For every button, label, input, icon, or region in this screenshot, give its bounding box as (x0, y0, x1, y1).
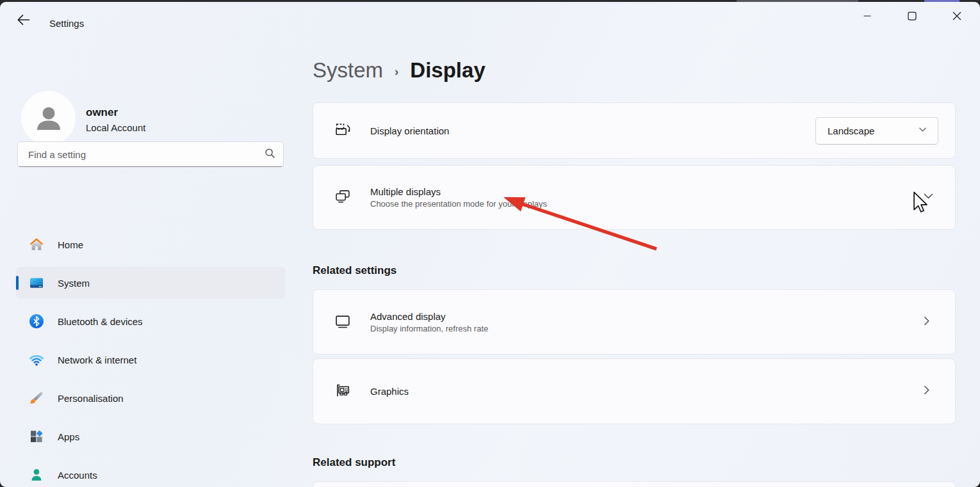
close-button[interactable] (942, 4, 972, 28)
display-orientation-row: Display orientation Landscape (313, 102, 956, 159)
display-orientation-icon (334, 122, 352, 140)
multiple-displays-icon (334, 189, 352, 206)
related-support-row-partial[interactable] (313, 481, 956, 487)
user-avatar[interactable] (21, 91, 76, 145)
chevron-down-icon[interactable] (922, 190, 935, 205)
related-support-header: Related support (313, 456, 395, 469)
multiple-displays-row[interactable]: Multiple displays Choose the presentatio… (313, 165, 956, 230)
related-settings-header: Related settings (313, 264, 396, 277)
sidebar-item-label: Accounts (58, 470, 97, 481)
person-icon (32, 102, 65, 135)
breadcrumb-system[interactable]: System (313, 58, 383, 83)
sidebar: owner Local Account (0, 38, 295, 487)
bluetooth-icon (29, 314, 44, 329)
sidebar-item-bluetooth-devices[interactable]: Bluetooth & devices (16, 305, 285, 337)
multiple-displays-label: Multiple displays (370, 186, 922, 197)
sidebar-item-network-internet[interactable]: Network & internet (16, 344, 285, 376)
titlebar: Settings (0, 2, 980, 38)
orientation-dropdown[interactable]: Landscape (815, 117, 938, 145)
breadcrumb-separator-icon: › (395, 65, 398, 79)
search-box[interactable] (17, 141, 284, 167)
window-controls (853, 4, 972, 28)
graphics-icon (334, 383, 352, 400)
search-input[interactable] (28, 149, 264, 160)
back-button[interactable] (10, 10, 36, 32)
display-orientation-label: Display orientation (370, 125, 815, 136)
apps-icon (29, 429, 44, 444)
advanced-display-description: Display information, refresh rate (370, 324, 921, 333)
sidebar-item-label: System (58, 278, 90, 289)
sidebar-item-label: Bluetooth & devices (58, 316, 143, 327)
settings-window: Settings owner Local Account (0, 2, 980, 487)
multiple-displays-description: Choose the presentation mode for your di… (370, 199, 922, 209)
minimize-icon (863, 12, 871, 20)
sidebar-item-apps[interactable]: Apps (16, 420, 285, 452)
advanced-display-icon (334, 314, 352, 331)
sidebar-item-system[interactable]: System (16, 267, 285, 299)
sidebar-item-accounts[interactable]: Accounts (16, 459, 285, 487)
chevron-right-icon (921, 315, 932, 329)
page-title: Display (410, 58, 485, 83)
sidebar-item-label: Apps (58, 431, 79, 442)
graphics-row[interactable]: Graphics (313, 358, 956, 424)
sidebar-item-label: Personalisation (58, 393, 124, 404)
home-icon (29, 237, 44, 252)
orientation-dropdown-value: Landscape (828, 125, 874, 136)
minimize-button[interactable] (853, 4, 882, 28)
sidebar-item-home[interactable]: Home (16, 228, 285, 260)
system-icon (29, 275, 44, 291)
chevron-right-icon (921, 385, 932, 398)
maximize-button[interactable] (897, 4, 927, 28)
sidebar-item-personalisation[interactable]: Personalisation (16, 382, 285, 414)
app-title: Settings (49, 18, 84, 29)
graphics-label: Graphics (370, 386, 921, 397)
advanced-display-row[interactable]: Advanced display Display information, re… (313, 289, 956, 355)
selected-accent-bar (16, 276, 19, 290)
close-icon (952, 12, 961, 20)
back-arrow-icon (16, 13, 30, 29)
maximize-icon (908, 12, 917, 20)
paintbrush-icon (29, 390, 44, 406)
user-account-type: Local Account (86, 122, 145, 133)
chevron-down-icon (918, 125, 927, 137)
accounts-icon (29, 467, 44, 483)
sidebar-item-label: Home (58, 239, 83, 250)
sidebar-item-label: Network & internet (58, 355, 136, 365)
wifi-icon (29, 352, 44, 367)
search-icon (264, 147, 275, 161)
user-name: owner (86, 106, 118, 119)
advanced-display-label: Advanced display (370, 311, 921, 322)
breadcrumb: System › Display (313, 58, 486, 83)
